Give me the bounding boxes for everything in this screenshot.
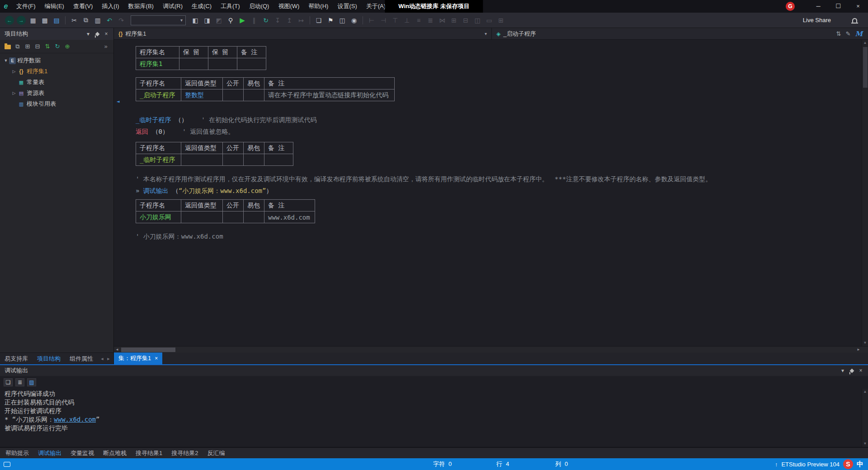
subroutine-selector[interactable]: ◈ _启动子程序 ⇅ ✎ M bbox=[492, 28, 868, 39]
step-into-icon[interactable]: ↧ bbox=[272, 15, 283, 26]
menu-help[interactable]: 帮助(H) bbox=[304, 0, 333, 13]
bookmark-icon[interactable]: ⚑ bbox=[325, 15, 336, 26]
project-wizard-icon[interactable]: ▩ bbox=[39, 15, 50, 26]
compile-icon[interactable]: ◧ bbox=[190, 15, 201, 26]
scrollbar-thumb[interactable] bbox=[863, 47, 868, 88]
close-button[interactable]: × bbox=[848, 0, 868, 13]
site-sub-table[interactable]: 子程序名 返回值类型 公开 易包 备 注 小刀娱乐网 bbox=[136, 199, 315, 223]
table-row[interactable]: 程序集1 bbox=[136, 58, 266, 70]
remark-cell[interactable]: www.x6d.com bbox=[264, 212, 315, 223]
search-icon[interactable]: ⚲ bbox=[225, 15, 236, 26]
cut-icon[interactable]: ✂ bbox=[69, 15, 80, 26]
tab-component-properties[interactable]: 组件属性 bbox=[65, 353, 98, 365]
panel-pin-icon[interactable] bbox=[847, 367, 856, 374]
tree-expanded-icon[interactable]: ▼ bbox=[3, 58, 9, 63]
refresh-icon[interactable]: ↻ bbox=[52, 42, 62, 52]
panel-close-icon[interactable]: × bbox=[856, 367, 865, 374]
public-cell[interactable] bbox=[223, 154, 244, 166]
same-height-icon[interactable]: ⊞ bbox=[448, 15, 459, 26]
panel-dropdown-icon[interactable]: ▾ bbox=[84, 31, 93, 37]
tree-item-module-table[interactable]: ▥ 模块引用表 bbox=[0, 99, 113, 109]
toolbar-combobox[interactable]: ▾ bbox=[131, 15, 186, 25]
statusbar-layout-icon[interactable] bbox=[4, 462, 10, 467]
tree-collapsed-icon[interactable]: ▷ bbox=[11, 69, 17, 74]
undo-icon[interactable]: ↶ bbox=[104, 15, 115, 26]
live-share-button[interactable]: Live Share bbox=[803, 17, 831, 24]
assembly-table[interactable]: 程序集名 保 留 保 留 备 注 程序集1 bbox=[136, 46, 266, 70]
sort-lines-icon[interactable]: ⇅ bbox=[836, 30, 841, 37]
output-link[interactable]: www.x6d.com bbox=[54, 416, 96, 423]
step-over-icon[interactable]: ↦ bbox=[296, 15, 307, 26]
return-type-cell[interactable] bbox=[181, 154, 223, 166]
space-horizontal-icon[interactable]: ◫ bbox=[472, 15, 483, 26]
scroll-up-icon[interactable]: ▲ bbox=[862, 40, 868, 46]
paste-icon[interactable]: ▥ bbox=[92, 15, 103, 26]
package-icon[interactable]: ◩ bbox=[213, 15, 224, 26]
package-cell[interactable] bbox=[244, 154, 264, 166]
remark-cell[interactable]: 请在本子程序中放置动态链接库初始化代码 bbox=[264, 89, 395, 101]
horizontal-scrollbar[interactable]: ◄ ► bbox=[114, 346, 868, 352]
same-width-icon[interactable]: ⋈ bbox=[437, 15, 448, 26]
table-row[interactable]: _启动子程序 整数型 请在本子程序中放置动态链接库初始化代码 bbox=[136, 89, 395, 101]
assembly-name-cell[interactable]: 程序集1 bbox=[136, 58, 179, 70]
sogou-input-icon[interactable]: S bbox=[843, 459, 853, 469]
scroll-down-icon[interactable]: ▼ bbox=[862, 340, 868, 346]
code-line-return[interactable]: 返回 （0） ' 返回值被忽略。 bbox=[136, 126, 862, 137]
tab-scroll-right-icon[interactable]: ► bbox=[105, 357, 112, 361]
tree-item-resource-table[interactable]: ▷ ▤ 资源表 bbox=[0, 88, 113, 99]
publish-up-icon[interactable]: ↑ bbox=[775, 461, 778, 468]
edit-mode-icon[interactable]: ✎ bbox=[845, 30, 850, 37]
align-right-icon[interactable]: ⊣ bbox=[378, 15, 389, 26]
table-row[interactable]: 小刀娱乐网 www.x6d.com bbox=[136, 212, 315, 223]
align-bottom-icon[interactable]: ⊥ bbox=[401, 15, 412, 26]
save-icon[interactable]: ▤ bbox=[51, 15, 62, 26]
menu-file[interactable]: 文件(F) bbox=[12, 0, 40, 13]
scrollbar-track[interactable] bbox=[862, 395, 868, 441]
tab-disassembly[interactable]: 反汇编 bbox=[203, 447, 229, 459]
panel-dropdown-icon[interactable]: ▾ bbox=[838, 367, 847, 374]
vertical-scrollbar[interactable]: ▲ ▼ bbox=[862, 40, 868, 346]
ime-indicator[interactable]: 中 bbox=[857, 460, 863, 469]
menu-layout[interactable]: 视图(W) bbox=[274, 0, 304, 13]
same-size-icon[interactable]: ⊟ bbox=[460, 15, 471, 26]
run-icon[interactable]: ▶ bbox=[237, 15, 248, 26]
output-window-icon[interactable]: ❏ bbox=[4, 378, 13, 386]
reserved-cell[interactable] bbox=[208, 58, 237, 70]
toolbar-overflow-icon[interactable]: » bbox=[101, 42, 111, 52]
tab-search-result-2[interactable]: 搜寻结果2 bbox=[167, 447, 203, 459]
tab-debug-output[interactable]: 调试输出 bbox=[33, 447, 66, 459]
align-top-icon[interactable]: ⊤ bbox=[390, 15, 401, 26]
return-type-cell[interactable]: 整数型 bbox=[181, 89, 223, 101]
restart-icon[interactable]: ↻ bbox=[260, 15, 271, 26]
scroll-down-icon[interactable]: ▼ bbox=[862, 441, 868, 447]
return-type-cell[interactable] bbox=[181, 212, 223, 223]
macro-icon[interactable]: M bbox=[855, 30, 863, 38]
sub-name-cell[interactable]: 小刀娱乐网 bbox=[136, 212, 181, 223]
menu-insert[interactable]: 插入(I) bbox=[97, 0, 123, 13]
debug-output-lines[interactable]: 程序代码编译成功 正在封装易格式目的代码 开始运行被调试程序 * “小刀娱乐网：… bbox=[0, 389, 862, 447]
redo-icon[interactable]: ↷ bbox=[116, 15, 127, 26]
debug-vertical-scrollbar[interactable]: ▲ ▼ bbox=[862, 389, 868, 447]
pause-icon[interactable]: ∥ bbox=[249, 15, 259, 26]
tab-variable-watch[interactable]: 变量监视 bbox=[66, 447, 99, 459]
table-row[interactable]: _临时子程序 bbox=[136, 154, 293, 166]
sub-name-cell[interactable]: _启动子程序 bbox=[136, 89, 181, 101]
tab-scroll-left-icon[interactable]: ◄ bbox=[99, 357, 105, 361]
forward-icon[interactable]: → bbox=[17, 16, 26, 25]
panel-pin-icon[interactable] bbox=[93, 31, 102, 37]
export-output-icon[interactable]: ▨ bbox=[27, 378, 36, 386]
new-project-icon[interactable]: ▦ bbox=[28, 15, 38, 26]
split-window-icon[interactable]: ◫ bbox=[337, 15, 348, 26]
tree-item-program-data[interactable]: ▼ E 程序数据 bbox=[0, 55, 113, 66]
menu-debug[interactable]: 调试(R) bbox=[158, 0, 187, 13]
code-line-site-comment[interactable]: ' 小刀娱乐网：www.x6d.com bbox=[136, 230, 862, 242]
public-cell[interactable] bbox=[223, 89, 244, 101]
scrollbar-track[interactable] bbox=[862, 46, 868, 340]
pin-tool-icon[interactable]: ◉ bbox=[349, 15, 359, 26]
code-line-temp-sub-call[interactable]: _临时子程序 （） ' 在初始化代码执行完毕后调用测试代码 bbox=[136, 114, 862, 126]
menu-view[interactable]: 查看(V) bbox=[69, 0, 97, 13]
code-editor[interactable]: ◄ 程序集名 保 留 保 留 备 注 程序集1 bbox=[114, 40, 862, 346]
build-icon[interactable]: ◨ bbox=[202, 15, 212, 26]
tab-close-icon[interactable]: × bbox=[155, 355, 158, 362]
back-icon[interactable]: ← bbox=[5, 16, 14, 25]
